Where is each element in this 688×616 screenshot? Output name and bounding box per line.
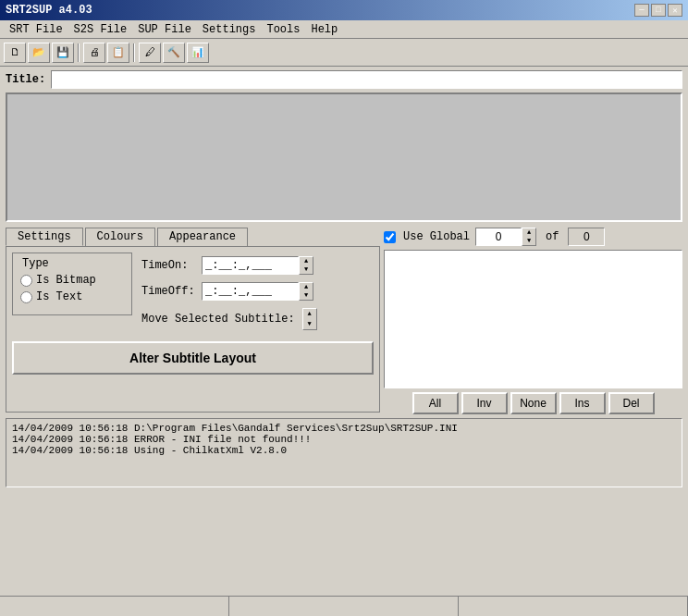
title-bar: SRT2SUP a4.03 ─ □ ✕ xyxy=(0,0,688,20)
time-on-row: TimeOn: ▲ ▼ xyxy=(141,256,317,275)
maximize-button[interactable]: □ xyxy=(651,4,666,17)
counter-spinner[interactable]: ▲ ▼ xyxy=(522,228,536,246)
time-off-row: TimeOff: ▲ ▼ xyxy=(141,282,317,301)
right-panel: Use Global ▲ ▼ of All Inv None Ins xyxy=(384,228,682,414)
time-off-spinner[interactable]: ▲ ▼ xyxy=(299,282,313,301)
of-label: of xyxy=(546,230,559,243)
time-off-label: TimeOff: xyxy=(141,285,202,298)
move-row: Move Selected Subtitle: ▲ ▼ xyxy=(141,308,317,330)
tab-bar: Settings Colours Appearance xyxy=(6,228,380,246)
counter-combo: ▲ ▼ xyxy=(475,228,536,246)
radio-text-row: Is Text xyxy=(20,290,124,303)
bottom-section: Settings Colours Appearance Type Is Bitm… xyxy=(6,228,682,414)
title-label: Title: xyxy=(6,73,45,86)
edit-button[interactable]: 🖊 xyxy=(139,43,161,63)
title-input[interactable] xyxy=(51,70,682,89)
time-on-down[interactable]: ▼ xyxy=(300,265,313,274)
type-group-label: Type xyxy=(20,257,51,270)
use-global-checkbox[interactable] xyxy=(384,231,396,243)
radio-bitmap-label: Is Bitmap xyxy=(36,274,96,287)
time-on-input[interactable] xyxy=(202,256,299,275)
log-line-2: 14/04/2009 10:56:18 ERROR - INI file not… xyxy=(12,434,676,445)
main-content: Title: Settings Colours Appearance Type xyxy=(0,67,688,491)
ins-button[interactable]: Ins xyxy=(559,392,606,414)
minimize-button[interactable]: ─ xyxy=(634,4,649,17)
title-row: Title: xyxy=(6,70,682,89)
counter-input[interactable] xyxy=(475,228,522,246)
close-button[interactable]: ✕ xyxy=(668,4,682,17)
time-off-down[interactable]: ▼ xyxy=(300,291,313,300)
move-up[interactable]: ▲ xyxy=(303,309,316,319)
toolbar-separator-2 xyxy=(133,43,135,62)
radio-bitmap[interactable] xyxy=(20,275,32,287)
counter-up[interactable]: ▲ xyxy=(522,228,535,237)
alter-subtitle-layout-button[interactable]: Alter Subtitle Layout xyxy=(12,341,374,375)
status-pane-2 xyxy=(229,597,459,616)
print-button[interactable]: 🖨 xyxy=(83,43,105,63)
tab-content: Type Is Bitmap Is Text TimeOn xyxy=(6,246,380,413)
app-title: SRT2SUP a4.03 xyxy=(6,4,92,17)
none-button[interactable]: None xyxy=(510,392,557,414)
menu-tools[interactable]: Tools xyxy=(261,22,305,37)
menu-sup-file[interactable]: SUP File xyxy=(132,22,197,37)
time-on-up[interactable]: ▲ xyxy=(300,257,313,265)
toolbar: 🗋 📂 💾 🖨 📋 🖊 🔨 📊 xyxy=(0,39,688,67)
time-section: TimeOn: ▲ ▼ TimeOff: xyxy=(141,256,317,338)
radio-bitmap-row: Is Bitmap xyxy=(20,274,124,287)
tab-settings[interactable]: Settings xyxy=(6,228,83,246)
use-global-row: Use Global ▲ ▼ of xyxy=(384,228,682,246)
menu-settings[interactable]: Settings xyxy=(197,22,262,37)
left-panel: Settings Colours Appearance Type Is Bitm… xyxy=(6,228,380,414)
time-on-label: TimeOn: xyxy=(141,259,202,272)
move-spinner[interactable]: ▲ ▼ xyxy=(302,308,317,330)
menu-srt-file[interactable]: SRT File xyxy=(4,22,68,37)
counter-down[interactable]: ▼ xyxy=(522,237,535,245)
inv-button[interactable]: Inv xyxy=(461,392,508,414)
status-pane-3 xyxy=(459,597,688,616)
status-bar xyxy=(0,596,688,616)
preview-area xyxy=(6,92,682,222)
menu-s2s-file[interactable]: S2S File xyxy=(68,22,133,37)
chart-button[interactable]: 📊 xyxy=(187,43,209,63)
toolbar-separator-1 xyxy=(78,43,80,62)
tools-button[interactable]: 🔨 xyxy=(163,43,185,63)
window-controls: ─ □ ✕ xyxy=(634,4,682,17)
move-label: Move Selected Subtitle: xyxy=(141,313,295,326)
log-line-1: 14/04/2009 10:56:18 D:\Program Files\Gan… xyxy=(12,423,676,434)
action-buttons: All Inv None Ins Del xyxy=(384,392,682,414)
radio-text-label: Is Text xyxy=(36,290,82,303)
copy-button[interactable]: 📋 xyxy=(107,43,129,63)
radio-text[interactable] xyxy=(20,291,32,303)
use-global-label: Use Global xyxy=(403,230,470,243)
time-on-spinner[interactable]: ▲ ▼ xyxy=(299,256,313,275)
move-down[interactable]: ▼ xyxy=(303,319,316,329)
log-line-3: 14/04/2009 10:56:18 Using - ChilkatXml V… xyxy=(12,445,676,456)
del-button[interactable]: Del xyxy=(608,392,655,414)
time-off-up[interactable]: ▲ xyxy=(300,283,313,291)
status-pane-1 xyxy=(0,597,229,616)
type-group: Type Is Bitmap Is Text xyxy=(12,253,132,315)
menu-bar: SRT File S2S File SUP File Settings Tool… xyxy=(0,20,688,39)
time-off-wrap: ▲ ▼ xyxy=(202,282,313,301)
time-off-input[interactable] xyxy=(202,282,299,301)
log-area: 14/04/2009 10:56:18 D:\Program Files\Gan… xyxy=(6,418,682,487)
subtitle-list[interactable] xyxy=(384,250,682,388)
total-input xyxy=(568,228,605,246)
new-button[interactable]: 🗋 xyxy=(4,43,26,63)
all-button[interactable]: All xyxy=(412,392,459,414)
open-button[interactable]: 📂 xyxy=(28,43,50,63)
tab-colours[interactable]: Colours xyxy=(85,228,155,246)
menu-help[interactable]: Help xyxy=(305,22,343,37)
time-on-wrap: ▲ ▼ xyxy=(202,256,313,275)
save-button[interactable]: 💾 xyxy=(52,43,74,63)
tab-appearance[interactable]: Appearance xyxy=(157,228,248,246)
